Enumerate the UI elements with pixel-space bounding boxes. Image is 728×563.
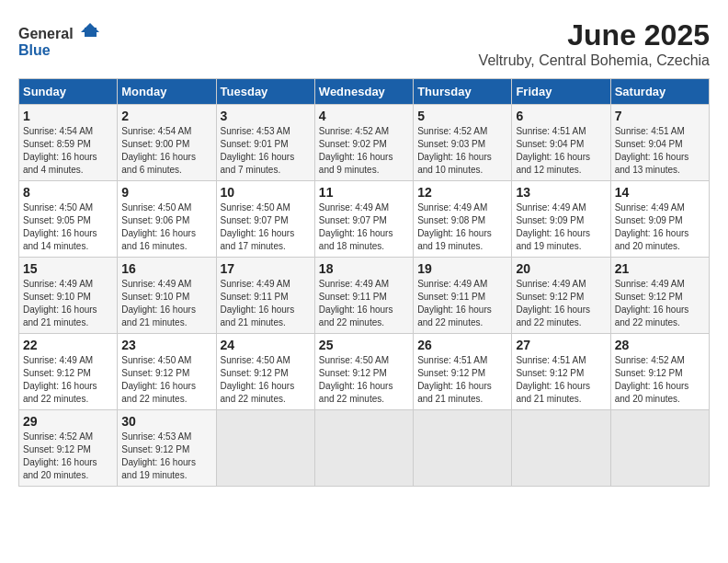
day-info: Sunrise: 4:52 AMSunset: 9:12 PMDaylight:… bbox=[23, 431, 113, 482]
day-info: Sunrise: 4:50 AMSunset: 9:12 PMDaylight:… bbox=[121, 354, 211, 406]
calendar-container: General Blue June 2025 Veltruby, Central… bbox=[18, 18, 710, 487]
day-info: Sunrise: 4:52 AMSunset: 9:12 PMDaylight:… bbox=[615, 354, 705, 406]
day-info: Sunrise: 4:49 AMSunset: 9:07 PMDaylight:… bbox=[319, 201, 409, 253]
day-info: Sunrise: 4:49 AMSunset: 9:09 PMDaylight:… bbox=[516, 201, 606, 253]
header-sunday: Sunday bbox=[19, 79, 118, 105]
day-number: 15 bbox=[23, 261, 113, 276]
calendar-day-cell: 5Sunrise: 4:52 AMSunset: 9:03 PMDaylight… bbox=[414, 105, 512, 181]
header-friday: Friday bbox=[512, 79, 610, 105]
day-number: 17 bbox=[221, 261, 311, 276]
day-number: 3 bbox=[221, 109, 311, 123]
header: General Blue June 2025 Veltruby, Central… bbox=[18, 18, 710, 69]
day-info: Sunrise: 4:49 AMSunset: 9:11 PMDaylight:… bbox=[221, 278, 311, 329]
day-info: Sunrise: 4:49 AMSunset: 9:10 PMDaylight:… bbox=[23, 278, 113, 329]
day-info: Sunrise: 4:52 AMSunset: 9:03 PMDaylight:… bbox=[417, 125, 507, 177]
day-number: 2 bbox=[121, 109, 211, 123]
calendar-day-cell: 1Sunrise: 4:54 AMSunset: 8:59 PMDaylight… bbox=[19, 105, 118, 181]
header-monday: Monday bbox=[118, 79, 216, 105]
calendar-week-row: 1Sunrise: 4:54 AMSunset: 8:59 PMDaylight… bbox=[19, 105, 710, 181]
day-info: Sunrise: 4:54 AMSunset: 8:59 PMDaylight:… bbox=[23, 125, 113, 177]
day-info: Sunrise: 4:49 AMSunset: 9:12 PMDaylight:… bbox=[23, 354, 113, 406]
day-number: 23 bbox=[121, 338, 211, 352]
day-info: Sunrise: 4:49 AMSunset: 9:08 PMDaylight:… bbox=[417, 201, 507, 253]
day-number: 5 bbox=[417, 109, 507, 123]
calendar-day-cell bbox=[216, 410, 314, 487]
day-info: Sunrise: 4:51 AMSunset: 9:12 PMDaylight:… bbox=[516, 354, 606, 406]
day-info: Sunrise: 4:50 AMSunset: 9:07 PMDaylight:… bbox=[221, 201, 311, 253]
day-info: Sunrise: 4:50 AMSunset: 9:06 PMDaylight:… bbox=[121, 201, 211, 253]
calendar-week-row: 22Sunrise: 4:49 AMSunset: 9:12 PMDayligh… bbox=[19, 334, 710, 410]
day-number: 22 bbox=[23, 338, 113, 352]
day-number: 8 bbox=[23, 185, 113, 200]
calendar-week-row: 15Sunrise: 4:49 AMSunset: 9:10 PMDayligh… bbox=[19, 258, 710, 334]
calendar-day-cell: 28Sunrise: 4:52 AMSunset: 9:12 PMDayligh… bbox=[610, 334, 709, 410]
calendar-day-cell: 29Sunrise: 4:52 AMSunset: 9:12 PMDayligh… bbox=[19, 410, 118, 487]
calendar-day-cell: 16Sunrise: 4:49 AMSunset: 9:10 PMDayligh… bbox=[118, 258, 216, 334]
day-number: 20 bbox=[516, 261, 606, 276]
day-number: 12 bbox=[417, 185, 507, 200]
day-number: 28 bbox=[615, 338, 705, 352]
calendar-day-cell: 6Sunrise: 4:51 AMSunset: 9:04 PMDaylight… bbox=[512, 105, 610, 181]
location-subtitle: Veltruby, Central Bohemia, Czechia bbox=[479, 52, 710, 69]
day-info: Sunrise: 4:53 AMSunset: 9:01 PMDaylight:… bbox=[221, 125, 311, 177]
calendar-day-cell: 27Sunrise: 4:51 AMSunset: 9:12 PMDayligh… bbox=[512, 334, 610, 410]
calendar-week-row: 29Sunrise: 4:52 AMSunset: 9:12 PMDayligh… bbox=[19, 410, 710, 487]
calendar-day-cell: 14Sunrise: 4:49 AMSunset: 9:09 PMDayligh… bbox=[610, 181, 709, 258]
day-info: Sunrise: 4:49 AMSunset: 9:12 PMDaylight:… bbox=[516, 278, 606, 329]
calendar-day-cell: 30Sunrise: 4:53 AMSunset: 9:12 PMDayligh… bbox=[118, 410, 216, 487]
weekday-header-row: Sunday Monday Tuesday Wednesday Thursday… bbox=[19, 79, 710, 105]
calendar-day-cell: 2Sunrise: 4:54 AMSunset: 9:00 PMDaylight… bbox=[118, 105, 216, 181]
day-info: Sunrise: 4:51 AMSunset: 9:04 PMDaylight:… bbox=[516, 125, 606, 177]
calendar-day-cell: 26Sunrise: 4:51 AMSunset: 9:12 PMDayligh… bbox=[414, 334, 512, 410]
day-info: Sunrise: 4:50 AMSunset: 9:12 PMDaylight:… bbox=[221, 354, 311, 406]
calendar-day-cell: 15Sunrise: 4:49 AMSunset: 9:10 PMDayligh… bbox=[19, 258, 118, 334]
day-number: 6 bbox=[516, 109, 606, 123]
calendar-day-cell: 24Sunrise: 4:50 AMSunset: 9:12 PMDayligh… bbox=[216, 334, 314, 410]
day-info: Sunrise: 4:49 AMSunset: 9:09 PMDaylight:… bbox=[615, 201, 705, 253]
day-number: 19 bbox=[417, 261, 507, 276]
calendar-day-cell: 13Sunrise: 4:49 AMSunset: 9:09 PMDayligh… bbox=[512, 181, 610, 258]
header-thursday: Thursday bbox=[414, 79, 512, 105]
day-info: Sunrise: 4:49 AMSunset: 9:11 PMDaylight:… bbox=[417, 278, 507, 329]
calendar-day-cell: 12Sunrise: 4:49 AMSunset: 9:08 PMDayligh… bbox=[414, 181, 512, 258]
day-number: 4 bbox=[319, 109, 409, 123]
header-tuesday: Tuesday bbox=[216, 79, 314, 105]
day-info: Sunrise: 4:52 AMSunset: 9:02 PMDaylight:… bbox=[319, 125, 409, 177]
calendar-day-cell: 18Sunrise: 4:49 AMSunset: 9:11 PMDayligh… bbox=[314, 258, 413, 334]
day-info: Sunrise: 4:53 AMSunset: 9:12 PMDaylight:… bbox=[121, 431, 211, 482]
day-number: 30 bbox=[121, 414, 211, 429]
svg-text:Blue: Blue bbox=[18, 42, 51, 58]
calendar-day-cell: 3Sunrise: 4:53 AMSunset: 9:01 PMDaylight… bbox=[216, 105, 314, 181]
day-number: 10 bbox=[221, 185, 311, 200]
day-info: Sunrise: 4:49 AMSunset: 9:12 PMDaylight:… bbox=[615, 278, 705, 329]
header-saturday: Saturday bbox=[610, 79, 709, 105]
day-number: 26 bbox=[417, 338, 507, 352]
calendar-day-cell: 21Sunrise: 4:49 AMSunset: 9:12 PMDayligh… bbox=[610, 258, 709, 334]
calendar-day-cell: 25Sunrise: 4:50 AMSunset: 9:12 PMDayligh… bbox=[314, 334, 413, 410]
calendar-day-cell: 23Sunrise: 4:50 AMSunset: 9:12 PMDayligh… bbox=[118, 334, 216, 410]
header-wednesday: Wednesday bbox=[314, 79, 413, 105]
day-info: Sunrise: 4:49 AMSunset: 9:11 PMDaylight:… bbox=[319, 278, 409, 329]
calendar-day-cell: 4Sunrise: 4:52 AMSunset: 9:02 PMDaylight… bbox=[314, 105, 413, 181]
day-number: 24 bbox=[221, 338, 311, 352]
calendar-day-cell: 11Sunrise: 4:49 AMSunset: 9:07 PMDayligh… bbox=[314, 181, 413, 258]
calendar-day-cell: 10Sunrise: 4:50 AMSunset: 9:07 PMDayligh… bbox=[216, 181, 314, 258]
day-info: Sunrise: 4:50 AMSunset: 9:12 PMDaylight:… bbox=[319, 354, 409, 406]
day-info: Sunrise: 4:54 AMSunset: 9:00 PMDaylight:… bbox=[121, 125, 211, 177]
calendar-day-cell bbox=[512, 410, 610, 487]
day-number: 9 bbox=[121, 185, 211, 200]
logo: General Blue bbox=[18, 18, 101, 68]
calendar-day-cell: 19Sunrise: 4:49 AMSunset: 9:11 PMDayligh… bbox=[414, 258, 512, 334]
title-section: June 2025 Veltruby, Central Bohemia, Cze… bbox=[479, 18, 710, 69]
calendar-day-cell: 20Sunrise: 4:49 AMSunset: 9:12 PMDayligh… bbox=[512, 258, 610, 334]
calendar-week-row: 8Sunrise: 4:50 AMSunset: 9:05 PMDaylight… bbox=[19, 181, 710, 258]
calendar-day-cell bbox=[610, 410, 709, 487]
logo-general-text: General Blue bbox=[18, 18, 101, 68]
calendar-day-cell: 8Sunrise: 4:50 AMSunset: 9:05 PMDaylight… bbox=[19, 181, 118, 258]
month-year-title: June 2025 bbox=[479, 18, 710, 52]
day-number: 14 bbox=[615, 185, 705, 200]
calendar-day-cell: 9Sunrise: 4:50 AMSunset: 9:06 PMDaylight… bbox=[118, 181, 216, 258]
day-number: 1 bbox=[23, 109, 113, 123]
svg-text:General: General bbox=[18, 26, 74, 41]
day-number: 13 bbox=[516, 185, 606, 200]
